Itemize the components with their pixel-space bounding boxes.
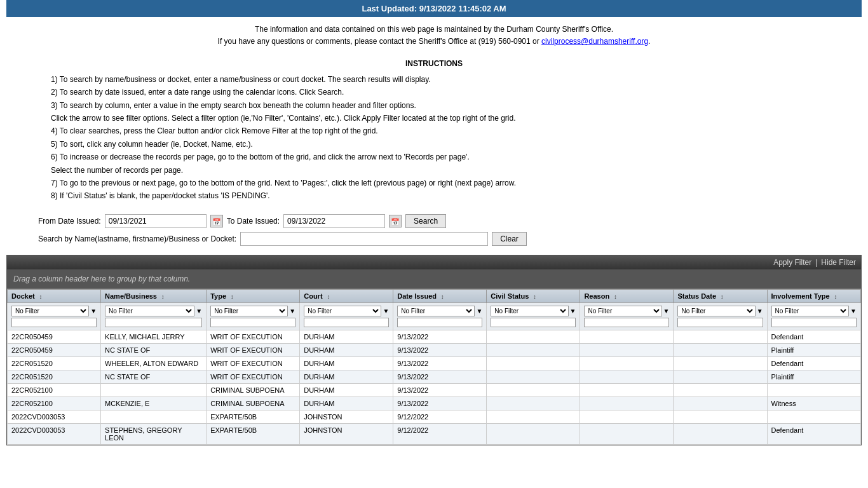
to-date-label: To Date Issued: [227, 217, 280, 226]
sort-icon: ↕ [834, 294, 837, 300]
filter-row: No Filter Contains Starts With Ends With… [8, 302, 861, 330]
hide-filter-link[interactable]: Hide Filter [821, 258, 856, 267]
filter-input-civil_status[interactable] [491, 318, 576, 327]
cell-reason [580, 343, 674, 356]
filter-arrow-date_issued[interactable]: ▼ [476, 308, 482, 315]
filter-input-docket[interactable] [11, 318, 97, 327]
filter-cell-docket: No Filter Contains Starts With Ends With… [8, 302, 101, 330]
filter-input-involvement_type[interactable] [771, 318, 857, 327]
filter-select-civil_status[interactable]: No Filter Contains Starts With Ends With… [491, 306, 568, 316]
email-link[interactable]: civilprocess@durhamsheriff.org [541, 37, 648, 46]
apply-filter-link[interactable]: Apply Filter [773, 258, 811, 267]
filter-select-involvement_type[interactable]: No Filter Contains Starts With Ends With… [771, 306, 850, 316]
table-row[interactable]: 22CR051520WHEELER, ALTON EDWARDWRIT OF E… [8, 356, 861, 370]
to-date-calendar-icon[interactable]: 📅 [389, 215, 402, 227]
table-row[interactable]: 22CR050459NC STATE OFWRIT OF EXECUTIONDU… [8, 343, 861, 356]
instruction-item: 3) To search by column, enter a value in… [51, 99, 817, 112]
column-header-civil_status[interactable]: Civil Status ↕ [487, 289, 580, 302]
cell-court: DURHAM [300, 383, 393, 396]
cell-status_date [674, 330, 767, 343]
cell-civil_status [487, 423, 580, 444]
from-date-calendar-icon[interactable]: 📅 [210, 215, 223, 227]
search-button[interactable]: Search [405, 214, 446, 228]
filter-arrow-docket[interactable]: ▼ [90, 308, 97, 315]
filter-select-type[interactable]: No Filter Contains Starts With Ends With… [210, 306, 288, 316]
cell-civil_status [487, 396, 580, 410]
sort-icon: ↕ [614, 294, 617, 300]
instruction-item: Click the arrow to see filter options. S… [51, 112, 817, 125]
filter-input-type[interactable] [210, 318, 295, 327]
cell-status_date [674, 423, 767, 444]
search-section: From Date Issued: 📅 To Date Issued: 📅 Se… [0, 209, 868, 255]
instruction-item: 1) To search by name/business or docket,… [51, 73, 817, 86]
instruction-item: 2) To search by date issued, enter a dat… [51, 86, 817, 98]
from-date-input[interactable] [105, 214, 207, 228]
instructions-list: 1) To search by name/business or docket,… [51, 73, 817, 203]
last-updated-text: Last Updated: 9/13/2022 11:45:02 AM [362, 4, 506, 13]
filter-arrow-civil_status[interactable]: ▼ [570, 308, 576, 315]
table-row[interactable]: 2022CVD003053STEPHENS, GREGORY LEONEXPAR… [8, 423, 861, 444]
filter-select-reason[interactable]: No Filter Contains Starts With Ends With… [584, 306, 661, 316]
cell-type: EXPARTE/50B [207, 410, 300, 423]
filter-arrow-type[interactable]: ▼ [289, 308, 295, 315]
data-grid: Docket ↕Name/Business ↕Type ↕Court ↕Date… [7, 289, 861, 445]
table-row[interactable]: 22CR052100CRIMINAL SUBPOENADURHAM9/13/20… [8, 383, 861, 396]
column-header-name[interactable]: Name/Business ↕ [101, 289, 207, 302]
column-header-status_date[interactable]: Status Date ↕ [674, 289, 767, 302]
table-row[interactable]: 2022CVD003053EXPARTE/50BJOHNSTON9/12/202… [8, 410, 861, 423]
cell-date_issued: 9/13/2022 [393, 383, 487, 396]
instruction-item: 7) To go to the previous or next page, g… [51, 177, 817, 189]
cell-reason [580, 356, 674, 370]
filter-arrow-name[interactable]: ▼ [196, 308, 202, 315]
table-row[interactable]: 22CR051520NC STATE OFWRIT OF EXECUTIONDU… [8, 370, 861, 383]
sort-icon: ↕ [721, 294, 724, 300]
cell-status_date [674, 370, 767, 383]
name-search-input[interactable] [240, 232, 488, 246]
cell-status_date [674, 356, 767, 370]
filter-input-name[interactable] [105, 318, 202, 327]
cell-docket: 22CR052100 [8, 383, 101, 396]
column-header-date_issued[interactable]: Date Issued ↕ [393, 289, 487, 302]
filter-input-date_issued[interactable] [397, 318, 482, 327]
filter-select-court[interactable]: No Filter Contains Starts With Ends With… [304, 306, 381, 316]
filter-cell-reason: No Filter Contains Starts With Ends With… [580, 302, 674, 330]
filter-arrow-court[interactable]: ▼ [383, 308, 389, 315]
filter-input-status_date[interactable] [677, 318, 763, 327]
column-header-court[interactable]: Court ↕ [300, 289, 393, 302]
cell-civil_status [487, 330, 580, 343]
to-date-input[interactable] [283, 214, 385, 228]
table-row[interactable]: 22CR050459KELLY, MICHAEL JERRYWRIT OF EX… [8, 330, 861, 343]
column-header-reason[interactable]: Reason ↕ [580, 289, 674, 302]
grid-scroll[interactable]: Docket ↕Name/Business ↕Type ↕Court ↕Date… [7, 289, 861, 445]
cell-reason [580, 383, 674, 396]
cell-reason [580, 423, 674, 444]
cell-reason [580, 410, 674, 423]
table-row[interactable]: 22CR052100MCKENZIE, ECRIMINAL SUBPOENADU… [8, 396, 861, 410]
filter-select-docket[interactable]: No Filter Contains Starts With Ends With… [11, 306, 89, 316]
filter-select-status_date[interactable]: No Filter Contains Starts With Ends With… [677, 306, 755, 316]
cell-civil_status [487, 343, 580, 356]
sort-icon: ↕ [441, 294, 444, 300]
cell-court: JOHNSTON [300, 423, 393, 444]
grid-toolbar: Apply Filter | Hide Filter [7, 255, 861, 269]
instruction-item: 8) If 'Civil Status' is blank, the paper… [51, 189, 817, 202]
cell-involvement_type: Defendant [767, 423, 860, 444]
cell-involvement_type [767, 383, 860, 396]
filter-input-court[interactable] [304, 318, 389, 327]
cell-reason [580, 396, 674, 410]
filter-select-date_issued[interactable]: No Filter Contains Starts With Ends With… [397, 306, 475, 316]
filter-arrow-reason[interactable]: ▼ [663, 308, 670, 315]
cell-court: DURHAM [300, 396, 393, 410]
filter-select-name[interactable]: No Filter Contains Starts With Ends With… [105, 306, 194, 316]
filter-input-reason[interactable] [584, 318, 669, 327]
filter-arrow-status_date[interactable]: ▼ [757, 308, 763, 315]
cell-docket: 2022CVD003053 [8, 410, 101, 423]
clear-button[interactable]: Clear [492, 232, 527, 246]
column-header-involvement_type[interactable]: Involvement Type ↕ [767, 289, 860, 302]
cell-date_issued: 9/13/2022 [393, 396, 487, 410]
drag-bar: Drag a column header here to group by th… [7, 269, 861, 289]
column-header-type[interactable]: Type ↕ [207, 289, 300, 302]
column-header-docket[interactable]: Docket ↕ [8, 289, 101, 302]
instruction-item: 4) To clear searches, press the Clear bu… [51, 125, 817, 137]
filter-arrow-involvement_type[interactable]: ▼ [850, 308, 857, 315]
